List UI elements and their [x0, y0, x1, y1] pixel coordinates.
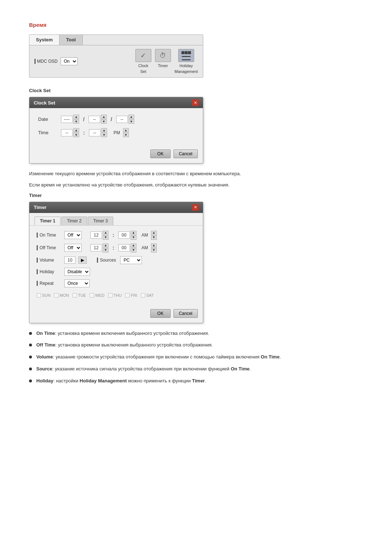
mdc-icons: ✓ Clock Set ⏱ Timer ▦▦▦ ▬▬▬ ▬▬▬ Holiday …	[135, 49, 198, 74]
off-time-select[interactable]: Off	[64, 244, 82, 252]
clock-label2: Set	[140, 69, 147, 74]
bullet-dot-3	[29, 356, 32, 358]
off-ampm-up[interactable]: ▲	[151, 243, 157, 248]
on-min-down[interactable]: ▼	[131, 235, 136, 240]
day-thu-check[interactable]	[108, 293, 113, 297]
time-spin2-down[interactable]: ▼	[101, 133, 107, 137]
time-spin2: -- ▲ ▼	[89, 128, 107, 137]
ampm-down[interactable]: ▼	[123, 133, 129, 137]
day-thu-label: THU	[114, 293, 122, 297]
bullet-on-time-text: On Time: установка времени включения выб…	[36, 330, 209, 337]
bold-on-time: On Time	[36, 331, 55, 336]
time-label: Time	[38, 130, 58, 135]
date-spin3-down[interactable]: ▼	[128, 119, 134, 124]
timer-ok-button[interactable]: OK	[150, 309, 170, 318]
off-min-up[interactable]: ▲	[131, 243, 136, 248]
timer-subtitle: Timer	[29, 193, 363, 198]
tab-system[interactable]: System	[29, 35, 60, 45]
timer-dialog: Timer ✕ Timer 1 Timer 2 Timer 3 On Time …	[29, 202, 203, 323]
time-spin1-arrows: ▲ ▼	[73, 128, 79, 137]
timer-tab-2[interactable]: Timer 2	[61, 217, 87, 225]
date-spin1-down[interactable]: ▼	[73, 119, 79, 124]
holiday-select[interactable]: Disable	[64, 268, 90, 276]
timer-icon: ⏱	[155, 49, 171, 62]
sources-select[interactable]: PC	[120, 256, 142, 264]
timer-tab-3[interactable]: Timer 3	[88, 217, 113, 225]
timer-tab-1[interactable]: Timer 1	[34, 217, 61, 225]
off-hour-down[interactable]: ▼	[103, 248, 109, 253]
clock-ok-button[interactable]: OK	[150, 149, 170, 158]
on-hour-down[interactable]: ▼	[103, 235, 109, 240]
on-hour-up[interactable]: ▲	[103, 231, 109, 235]
time-val2: --	[89, 129, 101, 136]
on-ampm-down[interactable]: ▼	[151, 235, 157, 240]
timer-icon-item[interactable]: ⏱ Timer	[155, 49, 171, 74]
time-row: Time -- ▲ ▼ : -- ▲ ▼ PM ▲ ▼	[38, 128, 194, 137]
date-spin2-arrows: ▲ ▼	[101, 115, 107, 124]
off-time-label: Off Time	[37, 245, 61, 250]
timer-content: On Time Off 12 ▲ ▼ : 00 ▲ ▼ AM	[29, 225, 203, 306]
bold-source: Source	[36, 366, 52, 372]
volume-sources-row: Volume 10 ▶ Sources PC	[37, 256, 196, 264]
on-ampm-up[interactable]: ▲	[151, 231, 157, 235]
date-spin2-up[interactable]: ▲	[101, 115, 107, 119]
timer-cancel-button[interactable]: Cancel	[173, 309, 198, 318]
clock-icon: ✓	[135, 49, 151, 62]
on-time-row: On Time Off 12 ▲ ▼ : 00 ▲ ▼ AM	[37, 231, 196, 240]
off-ampm-down[interactable]: ▼	[151, 248, 157, 253]
holiday-icon-item[interactable]: ▦▦▦ ▬▬▬ ▬▬▬ Holiday Management	[175, 49, 198, 74]
time-spin1-up[interactable]: ▲	[73, 128, 79, 132]
mdc-osd-select[interactable]: On	[61, 57, 78, 65]
day-tue-check[interactable]	[73, 293, 77, 297]
day-sun-check[interactable]	[37, 293, 41, 297]
off-time-colon: :	[113, 245, 114, 251]
time-colon: :	[83, 130, 85, 136]
bold-on-time-3: On Time	[231, 366, 250, 372]
date-spin2-down[interactable]: ▼	[101, 119, 107, 124]
bullet-dot-4	[29, 368, 32, 370]
on-min-up[interactable]: ▲	[131, 231, 136, 235]
on-time-select[interactable]: Off	[64, 231, 82, 239]
clock-set-close-button[interactable]: ✕	[192, 99, 199, 106]
ampm-up[interactable]: ▲	[123, 128, 129, 132]
day-thu: THU	[108, 293, 122, 297]
holiday-label2: Management	[175, 69, 198, 74]
date-spin3-arrows: ▲ ▼	[128, 115, 134, 124]
holiday-label: Holiday	[37, 269, 61, 274]
off-hour-up[interactable]: ▲	[103, 243, 109, 248]
day-fri-check[interactable]	[125, 293, 130, 297]
day-sat-check[interactable]	[141, 293, 145, 297]
timer-close-button[interactable]: ✕	[192, 204, 199, 211]
day-wed-label: WED	[95, 293, 105, 297]
clock-set-icon-item[interactable]: ✓ Clock Set	[135, 49, 151, 74]
time-spin2-arrows: ▲ ▼	[101, 128, 107, 137]
tab-tool[interactable]: Tool	[60, 35, 82, 45]
off-min-val: 00	[118, 244, 130, 251]
off-ampm: AM	[142, 245, 148, 250]
day-mon-check[interactable]	[54, 293, 58, 297]
bullet-off-time-text: Off Time: установка времени выключения в…	[36, 341, 213, 349]
time-spin1-down[interactable]: ▼	[73, 133, 79, 137]
bullet-list: On Time: установка времени включения выб…	[29, 330, 363, 385]
day-sat-label: SAT	[146, 293, 154, 297]
bullet-volume: Volume: указание громкости устройства от…	[29, 353, 363, 361]
repeat-select[interactable]: Once	[64, 279, 90, 287]
clock-set-dialog-footer: OK Cancel	[29, 147, 203, 163]
off-min-down[interactable]: ▼	[131, 248, 136, 253]
volume-arrow-right[interactable]: ▶	[78, 257, 87, 264]
date-spin3-up[interactable]: ▲	[128, 115, 134, 119]
date-val3: --	[116, 116, 128, 123]
time-spin2-up[interactable]: ▲	[101, 128, 107, 132]
on-hour-arrows: ▲ ▼	[103, 231, 109, 240]
clock-cancel-button[interactable]: Cancel	[173, 149, 198, 158]
day-fri: FRI	[125, 293, 137, 297]
day-tue-label: TUE	[78, 293, 86, 297]
off-time-row: Off Time Off 12 ▲ ▼ : 00 ▲ ▼ AM	[37, 243, 196, 253]
day-wed-check[interactable]	[90, 293, 94, 297]
mdc-panel: System Tool MDC OSD On ✓ Clock Set ⏱ Tim…	[29, 34, 203, 78]
clock-desc-1: Изменение текущего времени устройства от…	[29, 170, 363, 178]
time-ampm: PM	[114, 130, 120, 135]
on-hour-val: 12	[90, 231, 102, 239]
date-spin1-up[interactable]: ▲	[73, 115, 79, 119]
holiday-label1: Holiday	[180, 63, 193, 68]
